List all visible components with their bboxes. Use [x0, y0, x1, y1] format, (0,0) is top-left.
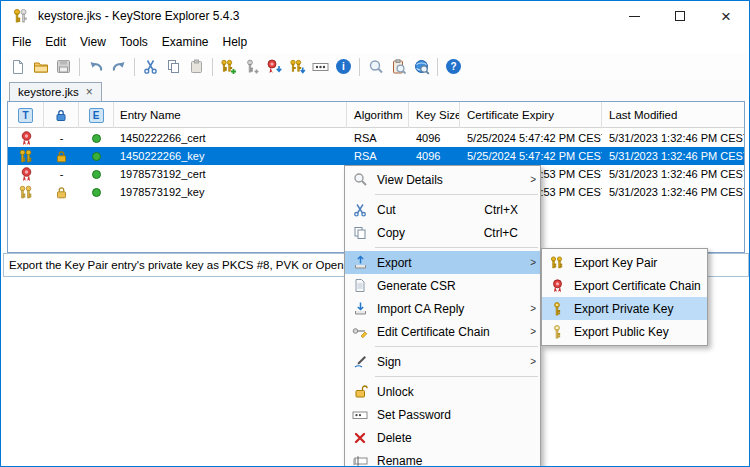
export-submenu: Export Key Pair Export Certificate Chain… [541, 248, 708, 346]
toolbar-separator [79, 58, 80, 76]
submenu-item-export-public-key[interactable]: Export Public Key [542, 320, 707, 343]
menu-view[interactable]: View [73, 32, 113, 52]
tab-label: keystore.jks [18, 86, 79, 98]
minimize-icon [629, 16, 640, 17]
copy-icon [166, 59, 181, 74]
header-last-modified[interactable]: Last Modified [602, 102, 745, 128]
header-type-column[interactable]: T [8, 102, 44, 128]
submenu-item-export-private-key[interactable]: Export Private Key [542, 297, 707, 320]
menu-item-export[interactable]: Export > [345, 251, 540, 274]
paste-button[interactable] [185, 55, 208, 78]
key-plus-icon [244, 59, 260, 75]
tab-bar: keystore.jks × [2, 80, 748, 101]
pen-icon [349, 354, 371, 369]
close-icon: × [721, 8, 731, 25]
globe-search-icon [414, 59, 430, 75]
menu-separator [375, 346, 538, 347]
context-menu: View Details > Cut Ctrl+X Copy Ctrl+C Ex… [344, 165, 541, 467]
header-lock-column[interactable] [44, 102, 79, 128]
status-text: Export the Key Pair entry's private key … [9, 259, 365, 271]
menu-item-view-details[interactable]: View Details > [345, 168, 540, 191]
cut-button[interactable] [139, 55, 162, 78]
submenu-item-export-key-pair[interactable]: Export Key Pair [542, 251, 707, 274]
menu-item-import-ca-reply[interactable]: Import CA Reply > [345, 297, 540, 320]
menu-item-set-password[interactable]: Set Password [345, 403, 540, 426]
key-outline-icon [546, 325, 568, 339]
help-button[interactable]: ? [442, 55, 465, 78]
undo-button[interactable] [84, 55, 107, 78]
menu-item-rename[interactable]: Rename [345, 449, 540, 467]
entry-name: 1978573192_key [120, 186, 204, 198]
key-pair-icon [546, 256, 568, 270]
menu-examine[interactable]: Examine [155, 32, 216, 52]
title-bar: keystore.jks - KeyStore Explorer 5.4.3 × [1, 1, 749, 31]
submenu-item-export-certificate-chain[interactable]: Export Certificate Chain [542, 274, 707, 297]
header-expiry-status-column[interactable]: E [79, 102, 114, 128]
toolbar-separator [359, 58, 360, 76]
last-modified: 5/31/2023 1:32:46 PM CEST [609, 168, 745, 180]
help-icon: ? [446, 59, 461, 74]
import-trusted-certificate-button[interactable] [263, 55, 286, 78]
unlock-icon [349, 384, 371, 399]
maximize-button[interactable] [657, 1, 703, 31]
submenu-arrow-icon: > [526, 356, 536, 367]
menu-item-generate-csr[interactable]: Generate CSR [345, 274, 540, 297]
menu-item-sign[interactable]: Sign > [345, 350, 540, 373]
menu-item-cut[interactable]: Cut Ctrl+X [345, 198, 540, 221]
examine-clipboard-button[interactable] [387, 55, 410, 78]
generate-key-pair-button[interactable] [217, 55, 240, 78]
set-password-button[interactable] [309, 55, 332, 78]
menu-tools[interactable]: Tools [113, 32, 155, 52]
minimize-button[interactable] [611, 1, 657, 31]
menu-edit[interactable]: Edit [38, 32, 73, 52]
toolbar-separator [437, 58, 438, 76]
algorithm: RSA [354, 132, 377, 144]
header-key-size[interactable]: Key Size [409, 102, 460, 128]
redo-icon [111, 59, 127, 75]
certificate-expiry: 5/25/2024 5:47:42 PM CEST [467, 132, 602, 144]
menu-item-edit-certificate-chain[interactable]: Edit Certificate Chain > [345, 320, 540, 343]
copy-button[interactable] [162, 55, 185, 78]
expiry-ok-icon [92, 152, 101, 161]
expiry-ok-icon [92, 170, 101, 179]
undo-icon [88, 59, 104, 75]
app-key-pair-icon [12, 8, 30, 24]
certificate-icon [8, 129, 44, 147]
table-row-selected[interactable]: 1450222266_key RSA 4096 5/25/2024 5:47:4… [8, 147, 744, 165]
properties-button[interactable]: i [332, 55, 355, 78]
tab-keystore-jks[interactable]: keystore.jks × [9, 82, 102, 101]
examine-clipboard-icon [391, 59, 407, 75]
expiry-status-column-icon: E [89, 108, 104, 123]
lock-column-icon [55, 109, 67, 122]
export-icon [349, 255, 371, 270]
generate-secret-key-button[interactable] [240, 55, 263, 78]
submenu-arrow-icon: > [526, 326, 536, 337]
type-column-icon: T [18, 108, 33, 123]
table-row[interactable]: - 1450222266_cert RSA 4096 5/25/2024 5:4… [8, 129, 744, 147]
close-button[interactable]: × [703, 1, 749, 31]
examine-file-button[interactable] [364, 55, 387, 78]
open-keystore-button[interactable] [29, 55, 52, 78]
toolbar-separator [134, 58, 135, 76]
import-key-pair-button[interactable] [286, 55, 309, 78]
menu-bar: File Edit View Tools Examine Help [2, 31, 748, 53]
tab-close-icon[interactable]: × [86, 86, 93, 98]
menu-item-copy[interactable]: Copy Ctrl+C [345, 221, 540, 244]
menu-item-delete[interactable]: Delete [345, 426, 540, 449]
menu-file[interactable]: File [5, 32, 38, 52]
header-algorithm[interactable]: Algorithm [347, 102, 409, 128]
entry-name: 1450222266_key [120, 150, 204, 162]
menu-item-unlock[interactable]: Unlock [345, 380, 540, 403]
locked-icon [44, 183, 79, 201]
submenu-arrow-icon: > [526, 303, 536, 314]
menu-help[interactable]: Help [216, 32, 255, 52]
key-gold-icon [546, 302, 568, 316]
table-header: T E Entry Name Algorithm Key Size Certif… [8, 102, 744, 128]
examine-ssl-button[interactable] [410, 55, 433, 78]
magnifier-icon [349, 172, 371, 187]
save-keystore-button[interactable] [52, 55, 75, 78]
header-certificate-expiry[interactable]: Certificate Expiry [460, 102, 602, 128]
redo-button[interactable] [107, 55, 130, 78]
header-entry-name[interactable]: Entry Name [114, 102, 347, 128]
new-keystore-button[interactable] [6, 55, 29, 78]
